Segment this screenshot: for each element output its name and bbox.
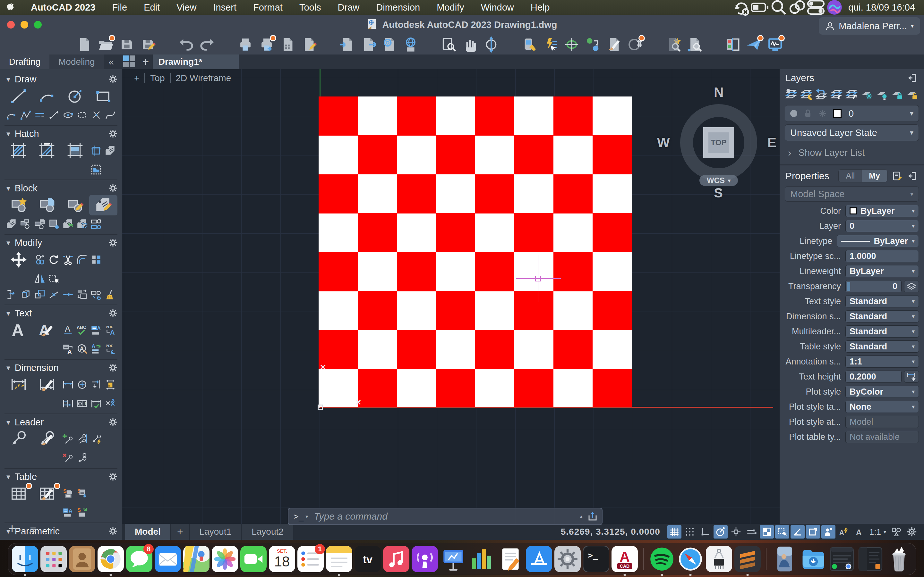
- menu-item[interactable]: Help: [522, 2, 558, 13]
- property-value-control[interactable]: 0 ▾: [845, 220, 919, 232]
- property-value-control[interactable]: ByColor ▾: [845, 386, 919, 398]
- tool-icon[interactable]: [103, 108, 118, 122]
- tool-icon[interactable]: A: [5, 320, 33, 340]
- menu-item[interactable]: Draw: [330, 2, 368, 13]
- command-input[interactable]: Type a command: [314, 511, 575, 522]
- pick-text-height-button[interactable]: [904, 371, 919, 383]
- section-collapse-icon[interactable]: ▼: [5, 131, 11, 138]
- tool-icon[interactable]: [33, 429, 61, 450]
- pan[interactable]: [461, 36, 479, 53]
- layer-previous[interactable]: [815, 88, 829, 101]
- compass-east[interactable]: E: [767, 135, 776, 150]
- panel-popout-icon[interactable]: [907, 73, 918, 83]
- facetime[interactable]: [240, 546, 267, 572]
- minimized-photo[interactable]: [772, 546, 798, 572]
- podcasts[interactable]: [412, 546, 438, 572]
- tool-icon[interactable]: A: [61, 323, 75, 338]
- tool-icon[interactable]: [33, 195, 61, 215]
- sublime-text[interactable]: [734, 546, 761, 572]
- tool-icon[interactable]: [75, 287, 89, 302]
- show-layer-list-toggle[interactable]: › Show Layer List: [780, 143, 924, 163]
- continuity-icon[interactable]: [788, 0, 806, 17]
- page-setup[interactable]: [279, 36, 297, 53]
- gear-icon[interactable]: [108, 418, 118, 427]
- pages[interactable]: [497, 546, 523, 572]
- gear-icon[interactable]: [108, 472, 118, 481]
- downloads[interactable]: [800, 546, 827, 572]
- menu-item[interactable]: Dimension: [368, 2, 428, 13]
- tool-icon[interactable]: [33, 484, 61, 504]
- workspace-tab[interactable]: Modeling: [49, 55, 104, 69]
- tool-icon[interactable]: [33, 86, 61, 106]
- tool-icon[interactable]: [5, 140, 33, 161]
- save-as[interactable]: [139, 36, 157, 53]
- compass-west[interactable]: W: [657, 135, 670, 150]
- menu-item[interactable]: Window: [473, 2, 522, 13]
- transparency[interactable]: [760, 525, 774, 538]
- zoom-window[interactable]: [440, 36, 458, 53]
- tool-icon[interactable]: [47, 217, 61, 231]
- gear-icon[interactable]: [108, 363, 118, 372]
- tool-icon[interactable]: [61, 217, 75, 231]
- tool-icon[interactable]: [47, 252, 61, 267]
- workspace-tab[interactable]: Drafting: [0, 55, 49, 69]
- property-value-control[interactable]: Standard ▾: [845, 295, 919, 308]
- save[interactable]: [118, 36, 136, 53]
- annotation-scale-selector[interactable]: 1:1▾: [869, 527, 886, 537]
- ortho[interactable]: [698, 525, 712, 538]
- space-selector[interactable]: Model Space ▾: [785, 186, 919, 201]
- close-button[interactable]: [7, 21, 15, 29]
- command-line[interactable]: >_ ▾ Type a command ▴: [288, 508, 603, 525]
- print[interactable]: [236, 36, 254, 53]
- tool-icon[interactable]: [47, 108, 61, 122]
- quick-select[interactable]: [541, 36, 559, 53]
- layer-state-dropdown[interactable]: Unsaved Layer State ▾: [785, 124, 919, 141]
- layer-settings[interactable]: [800, 88, 813, 101]
- calendar[interactable]: SET.18: [269, 546, 295, 572]
- open[interactable]: [97, 36, 115, 53]
- terminal[interactable]: >_: [583, 546, 609, 572]
- redo[interactable]: [198, 36, 216, 53]
- zoom-button[interactable]: [34, 21, 42, 29]
- annotation-visibility[interactable]: [806, 525, 820, 538]
- add-palette-button[interactable]: +: [8, 522, 16, 536]
- layer-freeze[interactable]: [860, 88, 874, 101]
- tool-icon[interactable]: [5, 287, 19, 302]
- minimized-window-2[interactable]: [857, 546, 884, 572]
- app-store[interactable]: [526, 546, 552, 572]
- tool-icon[interactable]: [75, 377, 89, 392]
- customization[interactable]: [905, 525, 919, 538]
- property-value-control[interactable]: ByLayer ▾: [837, 235, 919, 247]
- collapse-panel-button[interactable]: «: [104, 55, 119, 69]
- finder[interactable]: [12, 546, 38, 572]
- viewport-control[interactable]: 2D Wireframe: [170, 73, 236, 83]
- autocad[interactable]: ACAD: [612, 546, 638, 572]
- tool-icon[interactable]: X: [103, 396, 118, 411]
- share-drawing[interactable]: [745, 36, 763, 53]
- gear-icon[interactable]: [108, 238, 118, 247]
- tool-icon[interactable]: [89, 432, 103, 446]
- music[interactable]: [383, 546, 409, 572]
- compass-south[interactable]: S: [714, 185, 723, 201]
- gear-icon[interactable]: [108, 184, 118, 193]
- tool-icon[interactable]: S: [75, 505, 89, 520]
- tool-icon[interactable]: [47, 287, 61, 302]
- tool-icon[interactable]: .1: [75, 396, 89, 411]
- tool-icon[interactable]: [61, 195, 89, 215]
- expand-history-icon[interactable]: ▴: [575, 513, 587, 520]
- tool-icon[interactable]: [33, 287, 47, 302]
- messages[interactable]: 8: [126, 546, 152, 572]
- menu-item[interactable]: AutoCAD 2023: [23, 2, 103, 13]
- wipeout[interactable]: [605, 36, 623, 53]
- launchpad[interactable]: [40, 546, 67, 572]
- property-value-control[interactable]: Not available: [845, 431, 919, 443]
- auto-scale[interactable]: A: [837, 525, 851, 538]
- tool-icon[interactable]: [89, 377, 103, 392]
- edit-properties-icon[interactable]: [892, 171, 903, 181]
- tool-icon[interactable]: [61, 140, 89, 161]
- tool-icon[interactable]: [5, 538, 33, 540]
- selection-cycling[interactable]: [775, 525, 789, 538]
- tool-icon[interactable]: [89, 252, 103, 267]
- user-switch-icon[interactable]: [732, 0, 751, 17]
- viewport-control[interactable]: Top: [144, 73, 170, 83]
